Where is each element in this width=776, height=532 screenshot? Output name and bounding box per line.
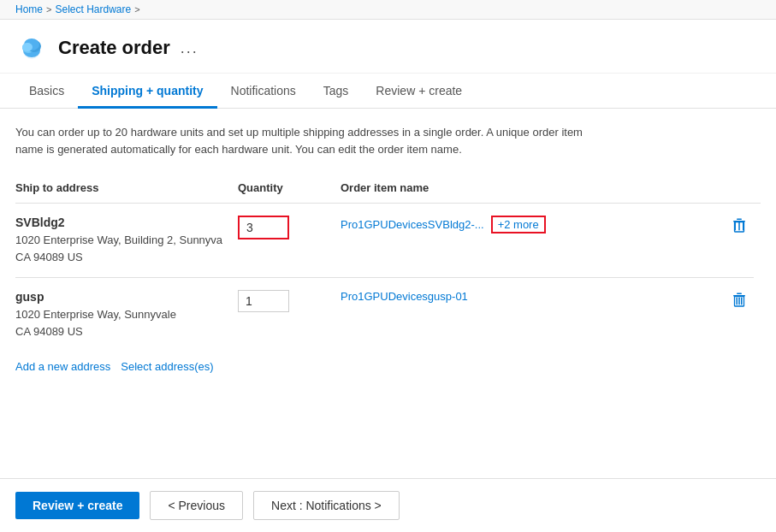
more-options-button[interactable]: ... (181, 39, 198, 57)
add-address-link[interactable]: Add a new address (15, 360, 110, 373)
svg-rect-15 (741, 298, 743, 305)
address-line2-1: CA 94089 US (15, 249, 231, 266)
col-header-qty: Quantity (238, 176, 341, 204)
breadcrumb-bar: Home > Select Hardware > (0, 0, 776, 20)
select-address-link[interactable]: Select address(es) (121, 360, 213, 373)
tab-shipping[interactable]: Shipping + quantity (78, 75, 216, 109)
delete-cell-1 (726, 204, 761, 269)
review-create-button[interactable]: Review + create (15, 492, 139, 519)
breadcrumb-select-hardware[interactable]: Select Hardware (55, 3, 131, 15)
order-name-link-2[interactable]: Pro1GPUDevicesgusp-01 (341, 290, 468, 303)
previous-button[interactable]: < Previous (150, 491, 243, 520)
address-line1-2: 1020 Enterprise Way, Sunnyvale (15, 306, 231, 323)
order-table: Ship to address Quantity Order item name… (15, 176, 761, 343)
delete-button-1[interactable] (726, 216, 752, 234)
svg-rect-13 (738, 298, 740, 305)
address-cell-1: SVBldg2 1020 Enterprise Way, Building 2,… (15, 204, 238, 269)
order-name-cell-2: Pro1GPUDevicesgusp-01 (341, 278, 726, 343)
svg-rect-12 (737, 293, 742, 295)
cloud-icon (15, 32, 48, 64)
svg-point-5 (22, 43, 33, 51)
svg-rect-7 (737, 219, 742, 221)
svg-rect-10 (738, 222, 740, 231)
address-line1-1: 1020 Enterprise Way, Building 2, Sunnyva (15, 232, 231, 249)
table-row: gusp 1020 Enterprise Way, Sunnyvale CA 9… (15, 278, 761, 343)
description-text: You can order up to 20 hardware units an… (15, 124, 597, 157)
tab-notifications[interactable]: Notifications (217, 75, 310, 109)
quantity-cell-1 (238, 204, 341, 269)
breadcrumb-sep1: > (46, 4, 51, 15)
delete-button-2[interactable] (726, 290, 752, 309)
address-name-2: gusp (15, 290, 231, 304)
tabs-container: Basics Shipping + quantity Notifications… (0, 75, 776, 109)
page-header: Create order ... (0, 20, 776, 74)
footer: Review + create < Previous Next : Notifi… (0, 478, 776, 532)
more-badge-1[interactable]: +2 more (491, 216, 546, 233)
address-name-1: SVBldg2 (15, 216, 231, 229)
quantity-input-1[interactable] (238, 216, 289, 239)
main-content: You can order up to 20 hardware units an… (0, 109, 776, 373)
order-name-cell-1: Pro1GPUDevicesSVBldg2-... +2 more (341, 204, 726, 269)
address-links: Add a new address Select address(es) (15, 360, 761, 373)
quantity-cell-2 (238, 278, 341, 343)
svg-rect-14 (737, 298, 738, 305)
quantity-input-2[interactable] (238, 290, 289, 312)
order-name-link-1[interactable]: Pro1GPUDevicesSVBldg2-... (341, 218, 484, 231)
address-line2-2: CA 94089 US (15, 323, 231, 340)
table-row: SVBldg2 1020 Enterprise Way, Building 2,… (15, 204, 761, 269)
row-divider-1 (15, 269, 761, 278)
tab-tags[interactable]: Tags (310, 75, 363, 109)
page-title: Create order (58, 37, 170, 59)
breadcrumb-sep2: > (134, 4, 139, 15)
col-header-name: Order item name (341, 176, 726, 204)
breadcrumb-home[interactable]: Home (15, 3, 43, 15)
address-cell-2: gusp 1020 Enterprise Way, Sunnyvale CA 9… (15, 278, 238, 343)
tab-basics[interactable]: Basics (15, 75, 78, 109)
delete-cell-2 (726, 278, 761, 343)
tab-review[interactable]: Review + create (362, 75, 476, 109)
next-notifications-button[interactable]: Next : Notifications > (253, 491, 400, 520)
col-header-ship: Ship to address (15, 176, 238, 204)
